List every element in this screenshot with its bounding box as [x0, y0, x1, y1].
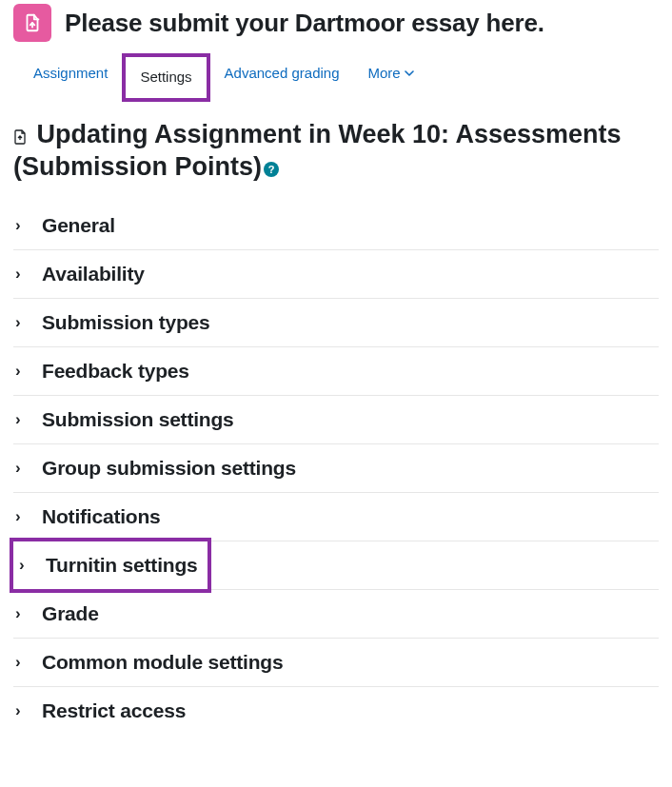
section-label: Submission types	[42, 311, 210, 334]
section-label: Availability	[42, 263, 145, 285]
section-feedback-types[interactable]: › Feedback types	[13, 347, 659, 396]
section-common-module-settings[interactable]: › Common module settings	[13, 639, 659, 687]
section-label: Grade	[42, 602, 99, 625]
nav-tabs: Assignment Settings Advanced grading Mor…	[0, 48, 672, 102]
chevron-right-icon: ›	[15, 460, 27, 476]
heading-block: Updating Assignment in Week 10: Assessme…	[0, 102, 672, 187]
chevron-right-icon: ›	[15, 266, 27, 282]
document-icon	[13, 131, 30, 148]
section-notifications[interactable]: › Notifications	[13, 493, 659, 541]
chevron-right-icon: ›	[15, 508, 27, 524]
page-header: Please submit your Dartmoor essay here.	[0, 0, 672, 48]
section-label: General	[42, 214, 115, 237]
tab-assignment[interactable]: Assignment	[19, 53, 122, 102]
section-label: Feedback types	[42, 360, 189, 383]
section-submission-settings[interactable]: › Submission settings	[13, 396, 659, 444]
section-turnitin-settings[interactable]: › Turnitin settings	[13, 541, 659, 590]
chevron-right-icon: ›	[15, 654, 27, 670]
section-submission-types[interactable]: › Submission types	[13, 299, 659, 347]
chevron-right-icon: ›	[15, 314, 27, 330]
settings-sections: › General › Availability › Submission ty…	[0, 187, 672, 742]
tab-more[interactable]: More	[354, 53, 428, 102]
form-heading: Updating Assignment in Week 10: Assessme…	[13, 120, 622, 181]
chevron-right-icon: ›	[15, 702, 27, 718]
chevron-down-icon	[405, 65, 414, 81]
section-label: Common module settings	[42, 651, 283, 674]
assignment-icon	[13, 4, 51, 42]
section-group-submission-settings[interactable]: › Group submission settings	[13, 444, 659, 493]
section-label: Group submission settings	[42, 457, 296, 480]
page-title: Please submit your Dartmoor essay here.	[65, 9, 544, 38]
section-grade[interactable]: › Grade	[13, 590, 659, 639]
section-label: Submission settings	[42, 408, 234, 431]
chevron-right-icon: ›	[15, 605, 27, 621]
chevron-right-icon: ›	[15, 217, 27, 233]
chevron-right-icon: ›	[15, 363, 27, 379]
chevron-right-icon: ›	[15, 411, 27, 427]
help-icon[interactable]: ?	[264, 162, 279, 177]
section-general[interactable]: › General	[13, 208, 659, 250]
section-availability[interactable]: › Availability	[13, 250, 659, 299]
tab-advanced-grading[interactable]: Advanced grading	[210, 53, 354, 102]
chevron-right-icon: ›	[19, 557, 30, 573]
tab-settings[interactable]: Settings	[122, 53, 209, 102]
section-restrict-access[interactable]: › Restrict access	[13, 687, 659, 735]
section-label: Turnitin settings	[46, 554, 198, 577]
tab-more-label: More	[368, 65, 401, 81]
section-label: Notifications	[42, 505, 161, 528]
section-label: Restrict access	[42, 699, 186, 722]
